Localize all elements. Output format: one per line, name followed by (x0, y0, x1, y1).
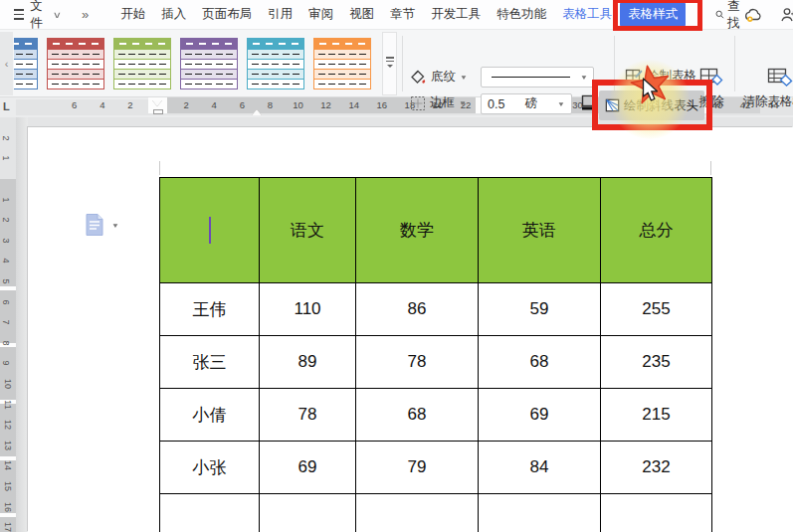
table-row-1[interactable]: 王伟1108659255 (160, 283, 712, 336)
chevron-down-icon[interactable]: ∨ (52, 10, 61, 20)
v-ruler-number: 1 (1, 156, 11, 161)
chevron-down-icon: ▼ (580, 74, 588, 81)
empty-cell[interactable] (356, 494, 479, 532)
file-menu-button[interactable]: 文件 (30, 0, 47, 32)
shading-label: 底纹 (431, 69, 456, 86)
score-cell[interactable]: 79 (356, 442, 479, 494)
empty-cell[interactable] (260, 494, 356, 532)
header-cell-3[interactable]: 英语 (479, 178, 601, 283)
wps-writer-window: 文件 ∨ » 开始插入页面布局引用审阅视图章节开发工具特色功能表格工具表格样式 … (0, 0, 793, 532)
cloud-sync-icon[interactable] (744, 7, 763, 23)
v-ruler-number: 16 (3, 502, 13, 512)
v-ruler-number: 1 (1, 197, 11, 202)
tab-1[interactable]: 开始 (112, 2, 153, 27)
document-page[interactable]: ▼ 语文数学英语总分 王伟1108659255张三897868235小倩7868… (28, 127, 793, 532)
name-cell[interactable]: 王伟 (160, 283, 260, 336)
tab-4[interactable]: 引用 (260, 2, 300, 27)
header-cell-4[interactable]: 总分 (601, 178, 712, 283)
table-row-3[interactable]: 小倩786869215 (160, 389, 712, 442)
v-ruler-number: 2 (1, 135, 11, 140)
h-ruler-number: 4 (212, 99, 217, 110)
paste-options-icon (84, 213, 105, 237)
tab-10[interactable]: 表格工具 (554, 2, 620, 27)
tab-2[interactable]: 插入 (153, 2, 194, 27)
name-cell[interactable]: 小倩 (160, 389, 260, 442)
h-ruler-number: 2 (127, 99, 132, 110)
tab-5[interactable]: 审阅 (300, 2, 341, 27)
chevron-down-icon: ▼ (460, 74, 468, 81)
document-workspace: ▼ 语文数学英语总分 王伟1108659255张三897868235小倩7868… (0, 117, 793, 532)
score-cell[interactable]: 232 (601, 442, 712, 494)
style-thumbnail-red-style[interactable] (47, 38, 104, 89)
score-cell[interactable]: 235 (601, 336, 712, 389)
score-cell[interactable]: 78 (260, 389, 356, 442)
tab-6[interactable]: 视图 (341, 2, 382, 27)
style-thumbnail-green-style[interactable] (113, 38, 171, 89)
score-cell[interactable]: 215 (601, 389, 712, 442)
tab-9[interactable]: 特色功能 (489, 2, 554, 27)
text-boundary-mark (710, 161, 711, 175)
style-thumbnail-orange-style[interactable] (313, 38, 371, 89)
eraser-button[interactable]: 擦除 (694, 66, 729, 110)
menu-bar: 文件 ∨ » 开始插入页面布局引用审阅视图章节开发工具特色功能表格工具表格样式 … (0, 0, 793, 30)
score-cell[interactable]: 86 (356, 283, 479, 336)
v-ruler-number: 7 (1, 320, 11, 325)
more-chevrons-icon[interactable]: » (82, 7, 89, 22)
v-ruler-segment (0, 179, 16, 286)
style-thumbnail-aqua-style[interactable] (247, 38, 304, 89)
table-style-gallery (14, 38, 380, 89)
table-row-4[interactable]: 小张697984232 (160, 442, 712, 494)
v-ruler-number: 3 (1, 238, 11, 243)
header-cell-cursor[interactable] (160, 178, 260, 283)
tab-3[interactable]: 页面布局 (194, 2, 260, 27)
right-indent-marker[interactable] (252, 104, 262, 115)
table-row-2[interactable]: 张三897868235 (160, 336, 712, 389)
clear-table-style-button[interactable]: 清除表格样式 (740, 66, 793, 110)
score-cell[interactable]: 68 (479, 336, 601, 389)
v-ruler-number: 2 (1, 218, 11, 223)
table-header-row[interactable]: 语文数学英语总分 (160, 178, 712, 283)
v-ruler-number: 10 (3, 379, 13, 389)
tab-stop-selector[interactable]: L (3, 100, 16, 114)
style-thumbnail-blue-style[interactable] (14, 38, 38, 89)
add-user-icon[interactable] (780, 7, 793, 23)
header-cell-2[interactable]: 数学 (356, 178, 479, 283)
tab-7[interactable]: 章节 (382, 2, 423, 27)
score-cell[interactable]: 84 (479, 442, 601, 494)
name-cell[interactable]: 张三 (160, 336, 260, 389)
draw-table-button[interactable]: 绘制表格 (625, 68, 696, 85)
tab-11[interactable]: 表格样式 (620, 2, 686, 27)
paste-options-button[interactable]: ▼ (84, 213, 119, 237)
score-cell[interactable]: 68 (356, 389, 479, 442)
score-cell[interactable]: 69 (260, 442, 356, 494)
v-ruler-number: 5 (1, 278, 11, 283)
score-cell[interactable]: 255 (601, 283, 712, 336)
border-button[interactable]: 边框 ▼ (410, 94, 467, 111)
empty-cell[interactable] (479, 494, 601, 532)
divider (614, 36, 615, 91)
score-cell[interactable]: 59 (479, 283, 601, 336)
score-table[interactable]: 语文数学英语总分 王伟1108659255张三897868235小倩786869… (159, 177, 712, 532)
score-cell[interactable]: 78 (356, 336, 479, 389)
gallery-scroll-left-button[interactable]: ‹ (0, 32, 13, 95)
name-cell[interactable]: 小张 (160, 442, 260, 494)
gallery-more-button[interactable] (382, 32, 397, 95)
line-style-select[interactable]: ▼ (481, 67, 594, 88)
line-width-select[interactable]: 0.5 磅 ▼ (481, 93, 572, 114)
table-row-empty[interactable] (160, 494, 712, 532)
score-cell[interactable]: 69 (479, 389, 601, 442)
shading-button[interactable]: 底纹 ▼ (410, 69, 468, 86)
style-thumbnail-purple-style[interactable] (180, 38, 238, 89)
text-boundary-mark (159, 161, 160, 175)
empty-cell[interactable] (601, 494, 712, 532)
header-cell-1[interactable]: 语文 (260, 178, 356, 283)
hamburger-menu-icon[interactable] (14, 9, 24, 20)
tab-8[interactable]: 开发工具 (423, 2, 489, 27)
empty-cell[interactable] (160, 494, 260, 532)
left-indent-marker[interactable] (153, 109, 163, 114)
draw-diagonal-header-button[interactable]: 绘制斜线表头 (599, 90, 704, 120)
search-button[interactable]: 查找 (715, 0, 744, 32)
vertical-ruler[interactable]: 211234567891011121314151617 (0, 117, 16, 532)
score-cell[interactable]: 110 (260, 283, 356, 336)
score-cell[interactable]: 89 (260, 336, 356, 389)
